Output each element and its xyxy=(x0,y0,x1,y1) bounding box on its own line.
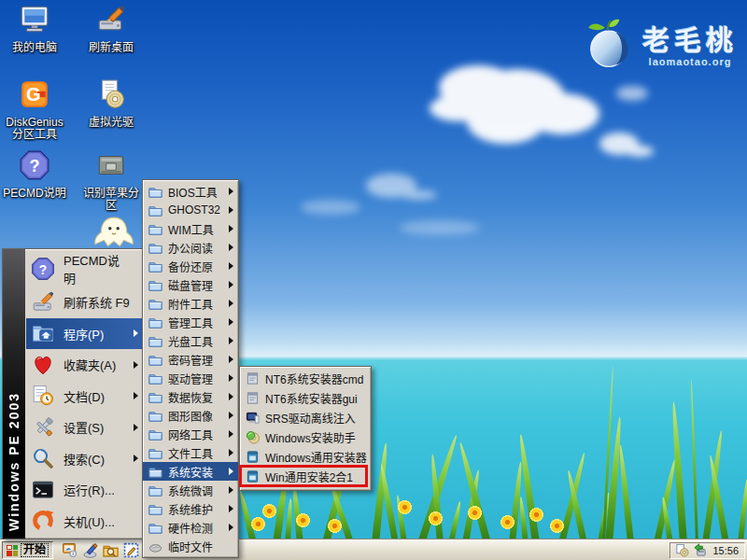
submenu-arrow-icon xyxy=(229,430,233,438)
start-menu-banner: Windows PE 2003 xyxy=(3,249,25,539)
folder-icon xyxy=(148,446,162,460)
install-item-4[interactable]: Windows安装助手 xyxy=(240,427,371,447)
start-menu-item-4[interactable]: 收藏夹(A) xyxy=(26,349,143,381)
programs-item-19[interactable]: 硬件检测 xyxy=(143,518,238,537)
desktop-icon-label: 刷新桌面 xyxy=(78,42,144,54)
programs-item-2[interactable]: GHOST32 xyxy=(143,201,238,219)
start-menu-item-1[interactable]: ?PECMD说明 xyxy=(26,251,143,287)
programs-item-9[interactable]: 光盘工具 xyxy=(143,331,238,350)
display-properties-icon[interactable] xyxy=(62,542,78,558)
submenu-arrow-icon xyxy=(229,337,233,344)
system-tray: 15:56 xyxy=(669,542,745,559)
programs-item-5[interactable]: 备份还原 xyxy=(143,257,238,275)
programs-item-3[interactable]: WIM工具 xyxy=(143,219,238,238)
programs-item-16[interactable]: 系统安装 xyxy=(143,462,238,481)
menu-item-label: 办公阅读 xyxy=(168,240,213,256)
start-menu-item-2[interactable]: 刷新系统 F9 xyxy=(26,287,143,318)
folder-icon xyxy=(148,483,162,497)
submenu-arrow-icon xyxy=(229,281,233,288)
submenu-arrow-icon xyxy=(134,329,138,337)
install-item-6[interactable]: Win通用安装2合1 xyxy=(240,467,371,486)
menu-item-label: Windows安装助手 xyxy=(265,429,356,445)
cloud xyxy=(616,86,648,101)
start-menu-item-3[interactable]: 程序(P) xyxy=(26,318,143,350)
install-item-3[interactable]: SRS驱动离线注入 xyxy=(240,408,371,427)
desktop-icon-label: DiskGenius分区工具 xyxy=(2,117,67,141)
submenu-arrow-icon xyxy=(229,225,233,232)
folder-icon xyxy=(148,315,162,329)
cloud xyxy=(439,65,517,110)
menu-item-label: 设置(S) xyxy=(63,418,104,436)
folder-icon xyxy=(148,409,162,423)
submenu-arrow-icon xyxy=(229,449,233,456)
desktop-icon-3[interactable]: GDiskGenius分区工具 xyxy=(2,78,67,141)
folder-icon xyxy=(148,241,162,255)
programs-item-14[interactable]: 网络工具 xyxy=(143,425,238,443)
taskbar: 开始 15:56 xyxy=(0,539,747,560)
start-menu-item-5[interactable]: 文档(D) xyxy=(26,381,143,413)
tools-icon xyxy=(31,415,55,440)
menu-item-label: 硬件检测 xyxy=(168,520,213,536)
app-blue-icon xyxy=(246,450,260,464)
submenu-arrow-icon xyxy=(229,356,233,363)
start-menu-item-9[interactable]: 关机(U)... xyxy=(26,506,143,538)
app-gray-icon xyxy=(246,391,260,405)
doc-clock-icon xyxy=(31,384,55,408)
heart-icon xyxy=(31,353,55,377)
start-menu: Windows PE 2003 ?PECMD说明刷新系统 F9程序(P)收藏夹(… xyxy=(2,248,145,539)
desktop-icon-6[interactable]: 识别苹果分区 xyxy=(78,149,144,212)
folder-icon xyxy=(148,371,162,385)
start-menu-item-7[interactable]: 搜索(C) xyxy=(26,443,143,475)
submenu-arrow-icon xyxy=(229,468,233,475)
programs-item-1[interactable]: BIOS工具 xyxy=(143,182,238,201)
menu-item-label: 系统维护 xyxy=(168,501,213,517)
desktop-icon-5[interactable]: ?PECMD说明 xyxy=(2,149,67,200)
submenu-arrow-icon xyxy=(229,300,233,307)
programs-item-11[interactable]: 驱动管理 xyxy=(143,369,238,387)
menu-item-label: 文档(D) xyxy=(63,387,105,405)
programs-item-13[interactable]: 图形图像 xyxy=(143,406,238,425)
install-item-2[interactable]: NT6系统安装器gui xyxy=(240,388,371,408)
submenu-arrow-icon xyxy=(229,412,233,419)
programs-item-15[interactable]: 文件工具 xyxy=(143,443,238,462)
start-button[interactable]: 开始 xyxy=(2,541,53,559)
menu-item-label: NT6系统安装器cmd xyxy=(265,371,363,386)
programs-item-10[interactable]: 密码管理 xyxy=(143,350,238,369)
desktop-icon-4[interactable]: 虚拟光驱 xyxy=(78,78,144,129)
menu-item-label: 收藏夹(A) xyxy=(63,356,116,373)
shell-icon xyxy=(148,539,162,553)
programs-item-18[interactable]: 系统维护 xyxy=(143,499,238,518)
programs-item-4[interactable]: 办公阅读 xyxy=(143,238,238,257)
programs-item-8[interactable]: 管理工具 xyxy=(143,313,238,331)
menu-item-label: 系统微调 xyxy=(168,483,213,498)
desktop-paint-icon[interactable] xyxy=(82,542,98,558)
desktop-icon-1[interactable]: 我的电脑 xyxy=(2,4,67,54)
start-menu-item-8[interactable]: 运行(R)... xyxy=(26,474,143,506)
desktop-icon-2[interactable]: 刷新桌面 xyxy=(78,4,144,54)
virtual-drive-icon[interactable] xyxy=(675,543,689,557)
menu-item-label: NT6系统安装器gui xyxy=(265,390,358,406)
start-menu-item-6[interactable]: 设置(S) xyxy=(26,412,143,443)
submenu-arrow-icon xyxy=(229,486,233,494)
programs-item-6[interactable]: 磁盘管理 xyxy=(143,275,238,294)
programs-item-7[interactable]: 附件工具 xyxy=(143,294,238,313)
folder-icon xyxy=(148,334,162,348)
system-install-submenu: NT6系统安装器cmdNT6系统安装器guiSRS驱动离线注入Windows安装… xyxy=(239,366,372,491)
file-search-icon[interactable] xyxy=(103,542,119,558)
menu-item-label: GHOST32 xyxy=(168,203,220,217)
programs-item-12[interactable]: 数据恢复 xyxy=(143,387,238,406)
desktop-icon-label: 虚拟光驱 xyxy=(78,117,144,129)
programs-item-20[interactable]: 临时文件 xyxy=(143,537,238,555)
screen-edit-icon[interactable] xyxy=(123,542,139,558)
install-item-5[interactable]: Windows通用安装器 xyxy=(240,447,371,467)
logo-title: 老毛桃 xyxy=(642,19,738,58)
submenu-arrow-icon xyxy=(229,206,233,214)
remove-hardware-icon[interactable] xyxy=(693,543,707,557)
submenu-arrow-icon xyxy=(229,188,233,195)
folder-icon xyxy=(148,222,162,236)
folder-home-icon xyxy=(31,321,55,345)
install-item-1[interactable]: NT6系统安装器cmd xyxy=(240,369,371,388)
programs-item-17[interactable]: 系统微调 xyxy=(143,481,238,499)
menu-item-label: 系统安装 xyxy=(168,464,213,480)
folder-icon xyxy=(148,427,162,441)
